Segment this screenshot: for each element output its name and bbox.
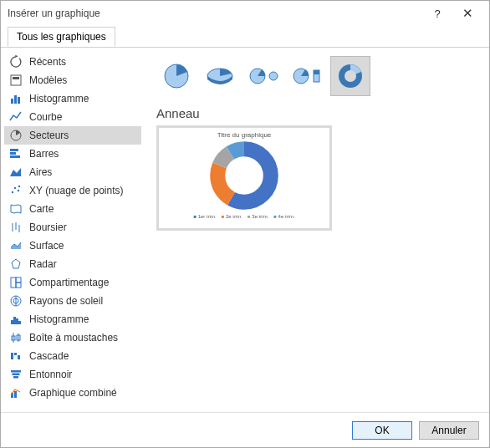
sidebar-item-line-chart[interactable]: Courbe: [4, 108, 141, 126]
tab-label: Tous les graphiques: [17, 31, 106, 43]
subtype-bar-of-pie[interactable]: [287, 56, 327, 96]
sidebar-item-boxwhisker-chart[interactable]: Boîte à moustaches: [4, 328, 141, 347]
sidebar-item-map-chart[interactable]: Carte: [4, 200, 141, 218]
sidebar-item-radar-chart[interactable]: Radar: [4, 255, 141, 273]
sidebar-item-bar-chart[interactable]: Barres: [4, 145, 141, 163]
sidebar-item-label: Rayons de soleil: [29, 295, 103, 307]
sidebar-item-label: Carte: [29, 203, 54, 215]
chart-subtype-heading: Anneau: [156, 106, 477, 120]
sidebar-item-pie-chart[interactable]: Secteurs: [4, 126, 141, 145]
sidebar-item-label: Boursier: [29, 221, 67, 233]
sidebar-item-label: Histogramme: [29, 93, 89, 104]
sidebar-item-label: Surface: [29, 240, 64, 252]
svg-rect-19: [16, 283, 21, 288]
sidebar-item-combo-chart[interactable]: Graphique combiné: [4, 384, 141, 402]
area-chart-icon: [9, 165, 23, 179]
sidebar-item-stock-chart[interactable]: Boursier: [4, 218, 141, 237]
sidebar-item-label: Boîte à moustaches: [29, 332, 118, 344]
bar-of-pie-icon: [290, 61, 324, 91]
titlebar: Insérer un graphique ? ✕: [1, 1, 489, 26]
pie-3d-icon: [203, 61, 237, 91]
sidebar-item-template[interactable]: Modèles: [4, 71, 141, 89]
sidebar-item-scatter-chart[interactable]: XY (nuage de points): [4, 181, 141, 200]
recent-icon: [9, 55, 23, 69]
window-title: Insérer un graphique: [8, 8, 100, 19]
sidebar-item-label: XY (nuage de points): [29, 185, 124, 196]
sidebar-item-funnel-chart[interactable]: Entonnoir: [4, 365, 141, 384]
subtype-doughnut[interactable]: [330, 56, 370, 96]
doughnut-render: [209, 140, 279, 211]
line-chart-icon: [9, 110, 23, 124]
ok-button[interactable]: OK: [352, 421, 412, 440]
sunburst-chart-icon: [9, 294, 23, 308]
pie-2d-icon: [160, 61, 193, 91]
chart-preview[interactable]: Titre du graphique 1er trim. 2e trim.: [156, 125, 332, 231]
sidebar-item-waterfall-chart[interactable]: Cascade: [4, 347, 141, 365]
sidebar-item-treemap-chart[interactable]: Compartimentage: [4, 273, 141, 292]
svg-rect-18: [16, 277, 21, 283]
svg-point-10: [14, 187, 16, 189]
sidebar-item-label: Aires: [29, 166, 52, 178]
svg-marker-16: [12, 259, 20, 268]
pie-of-pie-icon: [247, 61, 280, 91]
column-chart-icon: [9, 92, 23, 105]
svg-point-11: [18, 190, 19, 191]
sidebar-item-label: Compartimentage: [29, 277, 109, 288]
svg-rect-17: [11, 277, 16, 288]
subtype-pie-of-pie[interactable]: [243, 56, 283, 96]
waterfall-chart-icon: [9, 349, 23, 363]
svg-rect-2: [11, 99, 13, 104]
close-button[interactable]: ✕: [452, 6, 482, 21]
map-chart-icon: [9, 202, 23, 216]
preview-legend: 1er trim. 2e trim. 3e trim. 4e trim.: [193, 214, 294, 219]
svg-rect-25: [16, 318, 18, 324]
subtype-pie-3d[interactable]: [200, 56, 240, 96]
tab-all-charts[interactable]: Tous les graphiques: [8, 27, 115, 47]
subtype-pie-2d[interactable]: [156, 56, 197, 96]
sidebar-item-column-chart[interactable]: Histogramme: [4, 89, 141, 108]
sidebar-item-recent[interactable]: Récents: [4, 53, 141, 71]
sidebar-item-label: Graphique combiné: [29, 387, 117, 399]
svg-rect-34: [11, 370, 21, 373]
stock-chart-icon: [9, 221, 23, 234]
svg-rect-6: [10, 149, 18, 151]
surface-chart-icon: [9, 239, 23, 252]
combo-chart-icon: [9, 386, 23, 400]
svg-rect-8: [10, 155, 20, 158]
svg-rect-38: [14, 391, 17, 398]
content-pane: Anneau Titre du graphique 1er trim.: [145, 48, 489, 412]
sidebar-item-label: Récents: [29, 56, 66, 68]
sidebar-item-area-chart[interactable]: Aires: [4, 163, 141, 181]
boxwhisker-chart-icon: [9, 331, 23, 344]
sidebar-item-histogram-chart[interactable]: Histogramme: [4, 310, 141, 328]
svg-rect-31: [11, 353, 13, 359]
tabstrip: Tous les graphiques: [1, 26, 489, 48]
sidebar-item-label: Barres: [29, 148, 59, 160]
svg-point-9: [12, 191, 13, 193]
subtype-row: [156, 54, 477, 98]
help-button[interactable]: ?: [422, 8, 452, 20]
legend-item: 4e trim.: [273, 214, 294, 219]
insert-chart-dialog: Insérer un graphique ? ✕ Tous les graphi…: [0, 0, 490, 448]
legend-item: 1er trim.: [193, 214, 216, 219]
funnel-chart-icon: [9, 368, 23, 381]
sidebar-item-surface-chart[interactable]: Surface: [4, 237, 141, 255]
chart-type-sidebar: RécentsModèlesHistogrammeCourbeSecteursB…: [1, 48, 145, 412]
svg-point-47: [345, 70, 356, 82]
svg-point-12: [18, 186, 20, 187]
template-icon: [9, 74, 23, 87]
svg-rect-3: [14, 95, 17, 104]
svg-rect-23: [11, 320, 13, 324]
svg-rect-45: [314, 70, 319, 74]
sidebar-item-sunburst-chart[interactable]: Rayons de soleil: [4, 292, 141, 310]
svg-rect-36: [13, 376, 18, 379]
dialog-footer: OK Annuler: [1, 412, 489, 447]
sidebar-item-label: Modèles: [29, 74, 67, 86]
cancel-button[interactable]: Annuler: [419, 421, 479, 440]
svg-rect-0: [11, 75, 21, 85]
sidebar-item-label: Secteurs: [29, 130, 69, 141]
legend-item: 3e trim.: [248, 214, 268, 219]
svg-point-42: [269, 72, 278, 80]
svg-rect-4: [18, 97, 20, 104]
svg-rect-1: [13, 77, 19, 79]
